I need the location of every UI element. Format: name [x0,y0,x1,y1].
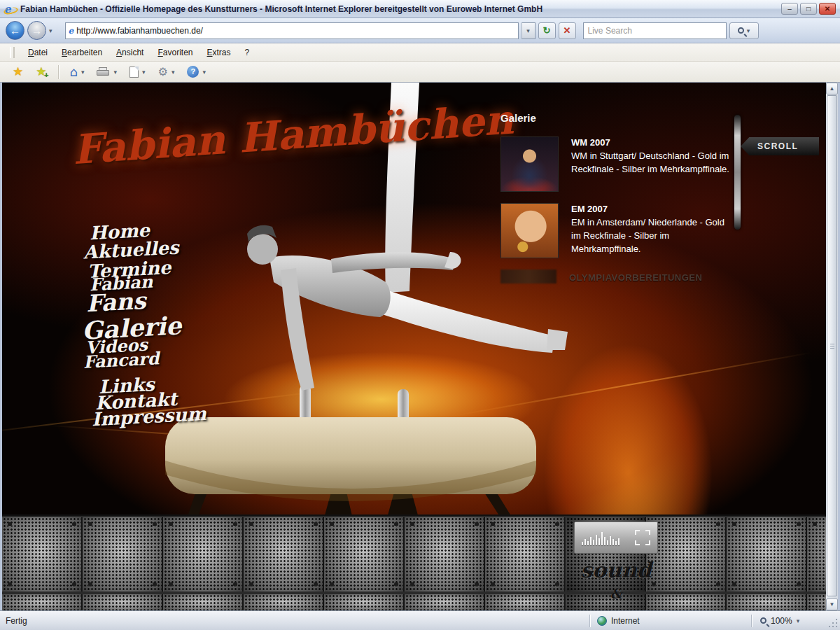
metal-plate [83,594,163,610]
menu-ansicht[interactable]: Ansicht [110,46,150,59]
stop-button[interactable]: ✕ [559,22,576,39]
page-favicon-icon: e [66,26,77,36]
print-dropdown-icon[interactable]: ▾ [113,69,117,76]
add-favorite-icon[interactable]: ★ [36,64,46,79]
title-bar[interactable]: e Fabian Hambüchen - Offizielle Homepage… [0,0,840,18]
minimize-button[interactable]: – [781,3,798,15]
wm2007-photo[interactable] [500,136,559,192]
zoom-icon [760,617,766,624]
forward-button[interactable]: → [27,21,46,40]
browser-window: e Fabian Hambüchen - Offizielle Homepage… [0,0,840,630]
status-text: Fertig [0,616,589,626]
menu-extras[interactable]: Extras [201,46,237,59]
metal-plate [405,517,485,592]
fullscreen-icon[interactable] [635,530,650,545]
scrollbar-thumb[interactable] [827,95,837,596]
zoom-dropdown-icon[interactable]: ▾ [797,617,800,624]
gallery-item-title: OLYMPIAVORBEREITUNGEN [569,270,734,285]
tools-dropdown-icon[interactable]: ▾ [172,69,175,76]
metal-plate [727,517,807,592]
home-button[interactable]: ⌂ ▾ [64,64,90,79]
metal-plate [244,517,324,592]
security-zone[interactable]: Internet [590,616,751,626]
print-button[interactable]: ▾ [91,67,122,77]
menu-hilfe[interactable]: ? [239,46,256,59]
metal-plate [324,594,405,610]
home-dropdown-icon[interactable]: ▾ [81,69,85,76]
zoom-control[interactable]: 100% ▾ [752,616,829,626]
sound-module: sound & [574,522,658,610]
search-dropdown-icon: ▾ [747,27,750,34]
url-input[interactable] [76,26,517,36]
menu-bar: Datei Bearbeiten Ansicht Favoriten Extra… [0,43,840,62]
gallery-heading: Galerie [500,112,742,124]
tools-button[interactable]: ⚙ ▾ [153,65,181,78]
metal-plate [485,517,566,592]
metal-plate [646,594,727,610]
page-content: Fabian Hambüchen Home Aktuelles Termine … [2,83,826,610]
favorites-center-icon[interactable]: ★ [13,64,23,79]
metal-plate [163,594,244,610]
command-toolbar: ★ ★ ⌂ ▾ ▾ ▾ ⚙ ▾ ? ▾ [0,62,840,83]
address-toolbar: ← → ▾ e ▾ ↻ ✕ ▾ [0,18,840,43]
printer-icon [97,67,109,77]
metal-footer-band [2,514,826,610]
metal-plate [324,517,405,592]
equalizer-panel[interactable] [574,522,658,554]
gallery-item-title: WM 2007 [571,136,736,150]
em2007-photo[interactable] [500,203,559,258]
page-icon [130,66,139,78]
gallery-item-text: WM in Stuttgart/ Deutschland - Gold im R… [571,150,736,176]
metal-plate [727,594,807,610]
gallery-panel: Galerie WM 2007 WM in Stuttgart/ Deutsch… [500,112,742,296]
zone-label: Internet [611,616,640,626]
metal-plate [163,517,244,592]
sound-amp-label: & [574,586,658,601]
gallery-scrollbar[interactable] [734,115,741,230]
page-dropdown-icon[interactable]: ▾ [142,69,146,76]
gallery-item-em2007[interactable]: EM 2007 EM in Amsterdam/ Niederlande - G… [500,203,742,258]
close-button[interactable]: ✕ [819,3,836,15]
address-dropdown-button[interactable]: ▾ [522,22,536,39]
menu-bearbeiten[interactable]: Bearbeiten [55,46,108,59]
metal-plate [2,594,83,610]
resize-grip[interactable] [829,619,839,629]
internet-zone-icon [597,616,607,626]
menu-favoriten[interactable]: Favoriten [151,46,199,59]
address-bar[interactable]: e [65,22,519,39]
search-button[interactable]: ▾ [729,22,759,39]
olympia-photo [500,270,556,284]
metal-plate [2,517,83,592]
refresh-icon: ↻ [543,25,551,36]
menu-datei[interactable]: Datei [22,46,54,59]
gear-icon: ⚙ [158,65,168,78]
page-button[interactable]: ▾ [124,66,151,78]
zoom-level: 100% [771,616,792,626]
sound-label[interactable]: sound [574,558,658,582]
metal-plate [485,594,566,610]
equalizer-icon [582,530,620,545]
refresh-button[interactable]: ↻ [538,22,556,39]
search-input[interactable] [584,26,726,36]
help-dropdown-icon[interactable]: ▾ [202,69,206,76]
vertical-scrollbar[interactable]: ▲ ▼ [826,83,838,610]
stop-icon: ✕ [564,25,571,36]
metal-plate [83,517,163,592]
home-icon: ⌂ [70,64,78,79]
help-button[interactable]: ? ▾ [181,66,211,78]
gallery-item-olympia[interactable]: OLYMPIAVORBEREITUNGEN [500,270,742,285]
restore-button[interactable]: □ [800,3,817,15]
scroll-label[interactable]: SCROLL [741,137,819,155]
site-nav-fancard[interactable]: Fancard [83,348,160,372]
gallery-item-wm2007[interactable]: WM 2007 WM in Stuttgart/ Deutschland - G… [500,136,742,192]
metal-plate [807,594,826,610]
metal-plate [405,594,485,610]
scroll-down-icon[interactable]: ▼ [826,598,838,610]
help-icon: ? [187,66,199,78]
back-button[interactable]: ← [6,21,24,40]
scroll-up-icon[interactable]: ▲ [826,83,838,94]
gallery-item-title: EM 2007 [571,203,736,216]
history-dropdown-icon[interactable]: ▾ [49,27,52,34]
live-search-box[interactable] [583,22,727,39]
metal-plate [646,517,727,592]
